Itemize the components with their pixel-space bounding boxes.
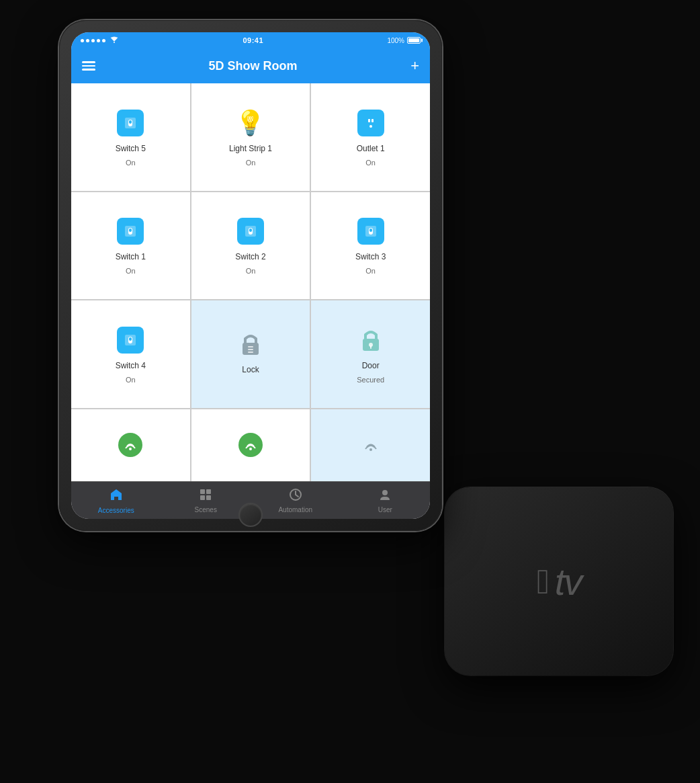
sensor-green-icon (118, 433, 142, 457)
device-cell-bottom1[interactable] (71, 409, 190, 482)
device-grid: Switch 5 On 💡 Light Strip 1 On (71, 83, 430, 481)
lightstrip1-name: Light Strip 1 (229, 144, 272, 153)
clock-svg (289, 488, 302, 501)
device-cell-lightstrip1[interactable]: 💡 Light Strip 1 On (191, 83, 310, 191)
device-cell-switch3[interactable]: Switch 3 On (311, 192, 430, 300)
switch2-status: On (246, 267, 256, 275)
device-grid-area: Switch 5 On 💡 Light Strip 1 On (71, 83, 430, 481)
menu-button[interactable] (82, 61, 95, 71)
nav-title: 5D Show Room (209, 59, 298, 73)
nav-accessories[interactable]: Accessories (71, 487, 161, 514)
switch2-name: Switch 2 (235, 252, 265, 261)
apple-tv-device:  tv (445, 487, 673, 675)
switch5-name: Switch 5 (116, 144, 146, 153)
sensor1-svg (124, 438, 137, 452)
device-cell-bottom2[interactable] (191, 409, 310, 482)
bulb-icon: 💡 (235, 109, 265, 137)
device-cell-switch5[interactable]: Switch 5 On (71, 83, 190, 191)
switch1-icon (117, 218, 144, 245)
switch3-icon (357, 218, 384, 245)
switch3-status: On (365, 267, 376, 275)
user-label: User (378, 506, 392, 513)
signal-dot-4 (97, 39, 100, 42)
switch1-name: Switch 1 (116, 252, 146, 261)
door-lock-icon (357, 327, 384, 354)
svg-rect-33 (206, 495, 211, 500)
home-button[interactable] (238, 503, 263, 527)
sensor2-svg (244, 438, 257, 452)
battery-icon (407, 37, 421, 44)
lock-svg (238, 331, 263, 358)
lightstrip1-status: On (246, 159, 256, 167)
switch5-svg (122, 115, 138, 131)
hamburger-line-3 (82, 69, 95, 71)
outlet1-icon-container (355, 108, 386, 138)
device-cell-switch4[interactable]: Switch 4 On (71, 300, 190, 408)
outlet-svg (362, 114, 380, 132)
status-left (81, 36, 119, 44)
device-cell-switch2[interactable]: Switch 2 On (191, 192, 310, 300)
svg-rect-26 (370, 345, 371, 349)
apple-tv-logo:  tv (537, 560, 582, 604)
switch3-svg (363, 223, 379, 239)
device-cell-lock[interactable]: Lock (191, 300, 310, 408)
door-name: Door (362, 361, 380, 370)
outlet1-status: On (365, 159, 376, 167)
switch1-icon-container (115, 216, 146, 247)
device-cell-outlet1[interactable]: Outlet 1 On (311, 83, 430, 191)
accessories-icon (109, 487, 124, 505)
svg-point-27 (129, 448, 132, 450)
lock-name: Lock (242, 365, 259, 374)
app-screen: 09:41 100% 5D Show Room + (71, 32, 430, 519)
svg-rect-30 (200, 489, 205, 494)
switch2-icon (237, 218, 264, 245)
door-status: Secured (357, 376, 384, 384)
nav-user[interactable]: User (341, 488, 431, 513)
nav-automation[interactable]: Automation (251, 488, 341, 513)
apple-logo-icon:  (537, 564, 550, 599)
wifi-icon (110, 36, 119, 44)
signal-dot-1 (81, 39, 84, 42)
person-svg (378, 488, 392, 501)
status-time: 09:41 (243, 36, 263, 44)
door-icon-container (355, 325, 386, 356)
switch3-name: Switch 3 (355, 252, 386, 261)
device-cell-bottom3[interactable] (311, 409, 430, 482)
svg-rect-32 (200, 495, 205, 500)
outlet1-name: Outlet 1 (357, 144, 385, 153)
svg-point-35 (382, 490, 388, 495)
signal-dot-2 (86, 39, 89, 42)
sensor3-svg (363, 437, 379, 453)
svg-rect-16 (369, 229, 372, 232)
nav-scenes[interactable]: Scenes (161, 488, 251, 513)
sensor-green2-icon (238, 433, 263, 457)
svg-rect-13 (249, 229, 252, 232)
switch3-icon-container (355, 216, 386, 247)
battery-fill (408, 38, 419, 42)
door-lock-svg (359, 327, 383, 354)
svg-rect-5 (368, 119, 370, 122)
status-right: 100% (387, 37, 421, 44)
outlet1-icon (357, 110, 384, 136)
svg-rect-10 (129, 229, 132, 232)
scenes-label: Scenes (195, 506, 217, 513)
svg-point-29 (369, 448, 372, 451)
apple-tv-text: tv (555, 560, 582, 604)
switch4-status: On (126, 376, 136, 384)
device-cell-door[interactable]: Door Secured (311, 300, 430, 408)
svg-point-28 (249, 448, 252, 450)
lock-icon-container (235, 329, 266, 360)
switch2-svg (243, 223, 259, 239)
signal-dot-5 (102, 39, 105, 42)
switch5-icon (117, 110, 144, 136)
switch4-icon-container (115, 325, 146, 356)
nav-bar: 5D Show Room + (71, 48, 430, 83)
add-button[interactable]: + (410, 58, 419, 73)
switch5-icon-container (115, 108, 146, 138)
svg-rect-3 (129, 120, 132, 124)
grid-svg (199, 488, 212, 501)
device-cell-switch1[interactable]: Switch 1 On (71, 192, 190, 300)
svg-rect-21 (248, 346, 253, 347)
sensor-gray-icon (359, 433, 383, 457)
switch4-svg (122, 332, 138, 348)
